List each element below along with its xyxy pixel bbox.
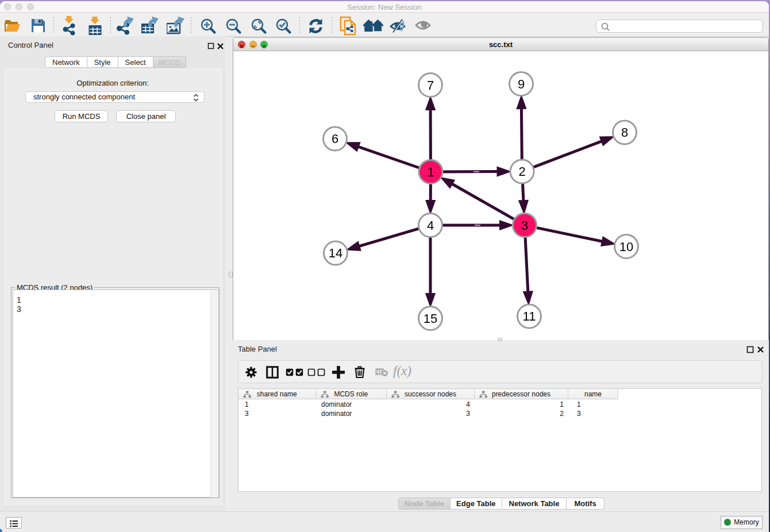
svg-text:14: 14 xyxy=(329,246,342,260)
svg-text:9: 9 xyxy=(518,77,525,91)
svg-text:1: 1 xyxy=(427,165,434,179)
svg-text:f(x): f(x) xyxy=(393,366,411,378)
svg-text:11: 11 xyxy=(523,309,536,323)
svg-text:8: 8 xyxy=(621,125,628,140)
svg-text:3: 3 xyxy=(521,218,528,233)
svg-text:6: 6 xyxy=(332,132,338,146)
svg-text:15: 15 xyxy=(424,311,437,326)
svg-text:2: 2 xyxy=(518,164,525,179)
svg-text:10: 10 xyxy=(619,240,633,254)
svg-text:4: 4 xyxy=(427,218,434,233)
svg-text:7: 7 xyxy=(427,78,434,92)
